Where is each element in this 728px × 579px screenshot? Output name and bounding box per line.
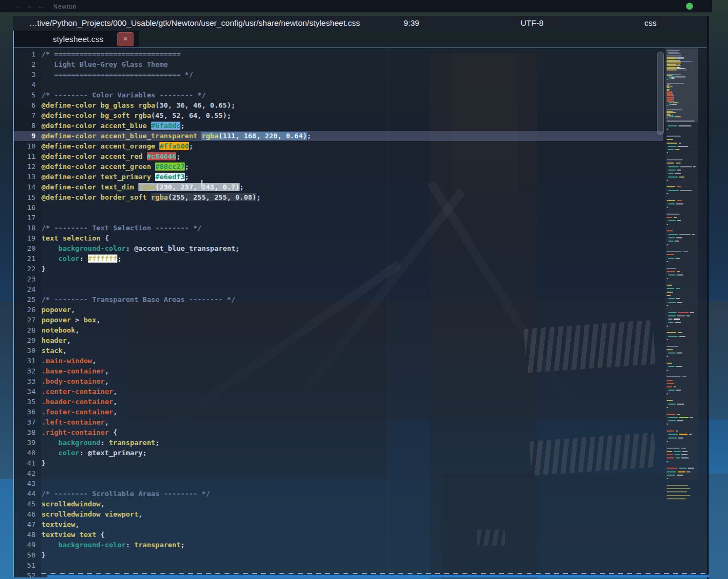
code-line[interactable]: 45scrolledwindow, bbox=[14, 499, 663, 509]
code-line[interactable]: 27popover > box, bbox=[14, 315, 663, 325]
code-line[interactable]: 6@define-color bg_glass rgba(30, 36, 46,… bbox=[14, 100, 663, 110]
code-line[interactable]: 19text selection { bbox=[14, 233, 663, 243]
minimap-line bbox=[690, 417, 693, 418]
code-text: @define-color accent_green #88cc27; bbox=[41, 161, 663, 172]
minimap-line bbox=[676, 288, 680, 289]
code-line[interactable]: 34.center-container, bbox=[14, 386, 663, 397]
code-line[interactable]: 50} bbox=[14, 550, 663, 560]
minimap[interactable] bbox=[666, 48, 698, 480]
code-line[interactable]: 5/* -------- Color Variables -------- */ bbox=[14, 90, 663, 100]
code-text bbox=[41, 80, 663, 90]
code-line[interactable]: 36.footer-container, bbox=[14, 407, 663, 417]
code-line[interactable]: 16 bbox=[14, 202, 663, 213]
minimap-line bbox=[667, 180, 668, 181]
code-line[interactable]: 32.base-container, bbox=[14, 366, 663, 376]
line-number: 32 bbox=[14, 366, 41, 376]
code-line[interactable]: 20 background-color: @accent_blue_transp… bbox=[14, 243, 663, 253]
minimap-line bbox=[667, 475, 675, 476]
tab-stylesheet-css[interactable]: stylesheet.css × bbox=[14, 31, 139, 47]
code-line[interactable]: 51 bbox=[14, 560, 663, 570]
minimap-line bbox=[668, 146, 676, 147]
minimap-line bbox=[668, 234, 678, 235]
code-line[interactable]: 43 bbox=[14, 478, 663, 489]
code-editor[interactable]: 1/* ==============================2 Ligh… bbox=[14, 47, 707, 577]
tab-close-icon[interactable]: × bbox=[117, 32, 134, 46]
encoding-indicator[interactable]: UTF-8 bbox=[507, 18, 557, 27]
code-line[interactable]: 18/* -------- Text Selection -------- */ bbox=[14, 223, 663, 233]
code-line[interactable]: 15@define-color border_soft rgba(255, 25… bbox=[14, 192, 663, 202]
code-line[interactable]: 23 bbox=[14, 274, 663, 284]
code-line[interactable]: 40 color: @text_primary; bbox=[14, 448, 663, 458]
minimap-line bbox=[668, 166, 679, 167]
minimap-line bbox=[667, 423, 668, 425]
code-lines[interactable]: 1/* ==============================2 Ligh… bbox=[14, 49, 663, 577]
code-line[interactable]: 47textview, bbox=[14, 519, 663, 529]
code-text: /* ============================== bbox=[41, 49, 663, 59]
code-line[interactable]: 10@define-color accent_orange #ffa500; bbox=[14, 141, 663, 151]
horizontal-scrollbar[interactable] bbox=[47, 575, 709, 577]
minimap-line bbox=[687, 471, 690, 472]
minimap-line bbox=[677, 352, 682, 354]
line-number: 26 bbox=[14, 305, 41, 315]
code-text: /* -------- Transparent Base Areas -----… bbox=[41, 294, 663, 305]
code-line[interactable]: 2 Light Blue-Grey Glass Theme bbox=[14, 59, 663, 69]
file-path: …tive/Python_Projects/000_Usable/gtk/New… bbox=[29, 18, 360, 27]
language-indicator[interactable]: css bbox=[626, 18, 675, 27]
code-line[interactable]: 4 bbox=[14, 80, 663, 90]
code-text: color: @text_primary; bbox=[41, 448, 663, 458]
code-line[interactable]: 9@define-color accent_blue_transparent r… bbox=[14, 131, 663, 141]
window-status-button[interactable] bbox=[686, 3, 693, 10]
code-line[interactable]: 17 bbox=[14, 213, 663, 223]
minimap-line bbox=[667, 485, 688, 486]
code-line[interactable]: 25/* -------- Transparent Base Areas ---… bbox=[14, 294, 663, 305]
code-line[interactable]: 33.body-container, bbox=[14, 376, 663, 386]
vertical-scrollbar-thumb[interactable] bbox=[657, 52, 664, 135]
line-number: 46 bbox=[14, 509, 41, 519]
code-line[interactable]: 35.header-container, bbox=[14, 397, 663, 407]
code-text: @define-color text_primary #e6edf3; bbox=[41, 172, 663, 182]
title-bar[interactable]: ∷ ∷ ‥ Newton bbox=[0, 0, 712, 12]
code-line[interactable]: 46scrolledwindow viewport, bbox=[14, 509, 663, 519]
code-line[interactable]: 7@define-color bg_soft rgba(45, 52, 64, … bbox=[14, 110, 663, 121]
line-number: 51 bbox=[14, 560, 41, 570]
code-line[interactable]: 48textview text { bbox=[14, 529, 663, 540]
code-text bbox=[41, 202, 663, 213]
minimap-line bbox=[667, 224, 668, 225]
status-bar: …tive/Python_Projects/000_Usable/gtk/New… bbox=[13, 16, 709, 31]
code-line[interactable]: 3 ============================== */ bbox=[14, 69, 663, 80]
code-text: .right-container { bbox=[41, 427, 663, 437]
code-line[interactable]: 28notebook, bbox=[14, 325, 663, 335]
code-line[interactable]: 11@define-color accent_red #c84646; bbox=[14, 151, 663, 161]
code-text: .left-container, bbox=[41, 417, 663, 427]
minimap-line bbox=[667, 87, 670, 88]
code-line[interactable]: 44/* -------- Scrollable Areas -------- … bbox=[14, 489, 663, 499]
code-line[interactable]: 13@define-color text_primary #e6edf3; bbox=[14, 172, 663, 182]
code-text: Light Blue-Grey Glass Theme bbox=[41, 59, 663, 69]
code-line[interactable]: 21 color: #ffffff; bbox=[14, 253, 663, 264]
code-text bbox=[41, 213, 663, 223]
code-line[interactable]: 31.main-window, bbox=[14, 356, 663, 366]
code-text: @define-color text_dim rgba(230, 237, 24… bbox=[41, 182, 663, 192]
code-line[interactable]: 41} bbox=[14, 458, 663, 468]
code-line[interactable]: 14@define-color text_dim rgba(230, 237, … bbox=[14, 182, 663, 192]
code-line[interactable]: 30stack, bbox=[14, 345, 663, 356]
code-line[interactable]: 39 background: transparent; bbox=[14, 437, 663, 448]
code-line[interactable]: 38.right-container { bbox=[14, 427, 663, 437]
minimap-line bbox=[667, 251, 682, 252]
code-line[interactable]: 37.left-container, bbox=[14, 417, 663, 427]
code-line[interactable]: 26popover, bbox=[14, 305, 663, 315]
code-line[interactable]: 12@define-color accent_green #88cc27; bbox=[14, 161, 663, 172]
code-text: textview, bbox=[41, 519, 663, 529]
code-line[interactable]: 22} bbox=[14, 264, 663, 274]
minimap-line bbox=[667, 100, 673, 101]
code-line[interactable]: 29header, bbox=[14, 335, 663, 345]
code-line[interactable]: 42 bbox=[14, 468, 663, 478]
code-line[interactable]: 1/* ============================== bbox=[14, 49, 663, 59]
code-text: .footer-container, bbox=[41, 407, 663, 417]
minimap-line bbox=[667, 129, 668, 130]
code-line[interactable]: 49 background-color: transparent; bbox=[14, 540, 663, 550]
minimap-line bbox=[674, 451, 681, 452]
code-line[interactable]: 24 bbox=[14, 284, 663, 294]
code-line[interactable]: 8@define-color accent_blue #6fa8dc; bbox=[14, 121, 663, 131]
line-number: 49 bbox=[14, 540, 41, 550]
